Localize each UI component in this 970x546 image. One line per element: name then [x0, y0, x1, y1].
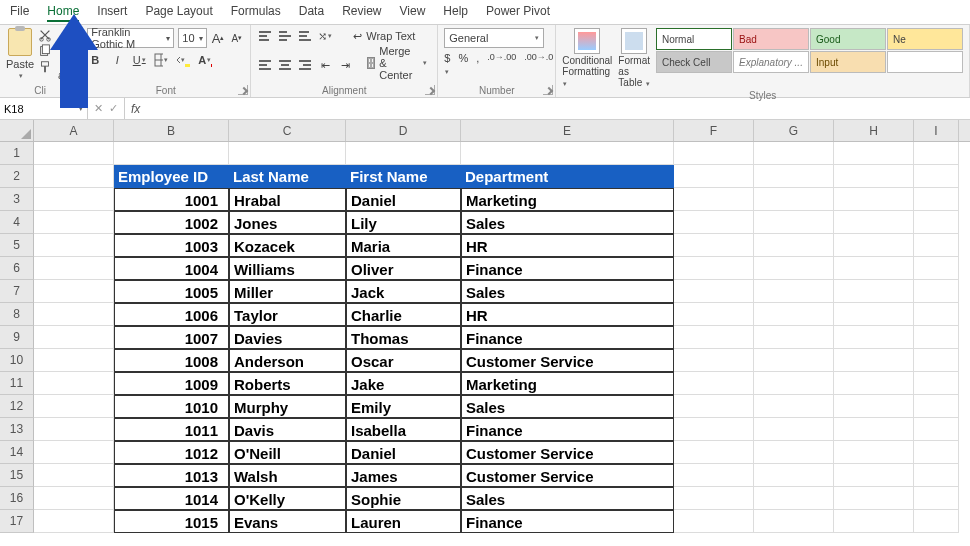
paste-button[interactable]: Paste ▾	[6, 28, 34, 80]
cell-E17[interactable]: Finance	[461, 510, 674, 533]
cell-C14[interactable]: O'Neill	[229, 441, 346, 464]
column-header-H[interactable]: H	[834, 120, 914, 141]
style-input[interactable]: Input	[810, 51, 886, 73]
cell-G4[interactable]	[754, 211, 834, 234]
cell-H9[interactable]	[834, 326, 914, 349]
menu-help[interactable]: Help	[443, 4, 468, 22]
cell-H17[interactable]	[834, 510, 914, 533]
cell-I2[interactable]	[914, 165, 959, 188]
cell-C2[interactable]: Last Name	[229, 165, 346, 188]
font-size-combo[interactable]: 10▾	[178, 28, 206, 48]
enter-formula-icon[interactable]: ✓	[109, 102, 118, 115]
cell-G1[interactable]	[754, 142, 834, 165]
increase-indent-icon[interactable]: ⇥	[337, 57, 353, 73]
cell-F15[interactable]	[674, 464, 754, 487]
align-middle-icon[interactable]	[277, 28, 293, 44]
cell-D7[interactable]: Jack	[346, 280, 461, 303]
cell-D10[interactable]: Oscar	[346, 349, 461, 372]
cell-C16[interactable]: O'Kelly	[229, 487, 346, 510]
cell-D14[interactable]: Daniel	[346, 441, 461, 464]
cell-D11[interactable]: Jake	[346, 372, 461, 395]
decrease-indent-icon[interactable]: ⇤	[317, 57, 333, 73]
cell-D5[interactable]: Maria	[346, 234, 461, 257]
cell-B1[interactable]	[114, 142, 229, 165]
cell-B14[interactable]: 1012	[114, 441, 229, 464]
wrap-text-button[interactable]: ↩ Wrap Text	[349, 28, 419, 44]
align-center-icon[interactable]	[277, 57, 293, 73]
cell-I4[interactable]	[914, 211, 959, 234]
row-header[interactable]: 8	[0, 303, 34, 326]
cell-D2[interactable]: First Name	[346, 165, 461, 188]
cell-A15[interactable]	[34, 464, 114, 487]
style-good[interactable]: Good	[810, 28, 886, 50]
cell-I12[interactable]	[914, 395, 959, 418]
cell-E13[interactable]: Finance	[461, 418, 674, 441]
menu-formulas[interactable]: Formulas	[231, 4, 281, 22]
increase-font-icon[interactable]: A▴	[211, 30, 226, 46]
cell-F5[interactable]	[674, 234, 754, 257]
format-as-table-button[interactable]: Format as Table ▾	[618, 28, 650, 88]
select-all-corner[interactable]	[0, 120, 34, 141]
menu-data[interactable]: Data	[299, 4, 324, 22]
cell-H8[interactable]	[834, 303, 914, 326]
cell-B9[interactable]: 1007	[114, 326, 229, 349]
column-header-F[interactable]: F	[674, 120, 754, 141]
cell-B11[interactable]: 1009	[114, 372, 229, 395]
font-color-icon[interactable]: A▾	[197, 52, 213, 68]
cell-F9[interactable]	[674, 326, 754, 349]
cell-E11[interactable]: Marketing	[461, 372, 674, 395]
underline-button[interactable]: U▾	[131, 52, 147, 68]
cell-A1[interactable]	[34, 142, 114, 165]
cell-A10[interactable]	[34, 349, 114, 372]
cell-C8[interactable]: Taylor	[229, 303, 346, 326]
cell-I5[interactable]	[914, 234, 959, 257]
cell-C13[interactable]: Davis	[229, 418, 346, 441]
cell-D16[interactable]: Sophie	[346, 487, 461, 510]
row-header[interactable]: 11	[0, 372, 34, 395]
cell-F17[interactable]	[674, 510, 754, 533]
cell-A8[interactable]	[34, 303, 114, 326]
cell-D12[interactable]: Emily	[346, 395, 461, 418]
style-bad[interactable]: Bad	[733, 28, 809, 50]
comma-format-icon[interactable]: ,	[476, 52, 479, 76]
cell-E9[interactable]: Finance	[461, 326, 674, 349]
cell-H10[interactable]	[834, 349, 914, 372]
cell-G7[interactable]	[754, 280, 834, 303]
cell-B3[interactable]: 1001	[114, 188, 229, 211]
cell-E8[interactable]: HR	[461, 303, 674, 326]
column-header-E[interactable]: E	[461, 120, 674, 141]
cell-E2[interactable]: Department	[461, 165, 674, 188]
fx-icon[interactable]: fx	[125, 102, 146, 116]
menu-home[interactable]: Home	[47, 4, 79, 22]
dialog-launcher-icon[interactable]	[425, 85, 435, 95]
cell-G17[interactable]	[754, 510, 834, 533]
format-painter-icon[interactable]	[38, 60, 52, 74]
row-header[interactable]: 7	[0, 280, 34, 303]
cell-H15[interactable]	[834, 464, 914, 487]
cell-I3[interactable]	[914, 188, 959, 211]
decrease-font-icon[interactable]: A▾	[229, 30, 244, 46]
align-right-icon[interactable]	[297, 57, 313, 73]
cell-C12[interactable]: Murphy	[229, 395, 346, 418]
cell-I16[interactable]	[914, 487, 959, 510]
cell-H3[interactable]	[834, 188, 914, 211]
cell-B10[interactable]: 1008	[114, 349, 229, 372]
number-format-combo[interactable]: General▾	[444, 28, 544, 48]
cell-H16[interactable]	[834, 487, 914, 510]
menu-insert[interactable]: Insert	[97, 4, 127, 22]
cell-F14[interactable]	[674, 441, 754, 464]
row-header[interactable]: 5	[0, 234, 34, 257]
cell-B16[interactable]: 1014	[114, 487, 229, 510]
cell-E14[interactable]: Customer Service	[461, 441, 674, 464]
row-header[interactable]: 4	[0, 211, 34, 234]
row-header[interactable]: 1	[0, 142, 34, 165]
cell-H2[interactable]	[834, 165, 914, 188]
menu-view[interactable]: View	[400, 4, 426, 22]
cell-E16[interactable]: Sales	[461, 487, 674, 510]
copy-icon[interactable]	[38, 44, 52, 58]
cell-F13[interactable]	[674, 418, 754, 441]
conditional-formatting-button[interactable]: Conditional Formatting ▾	[562, 28, 612, 88]
cell-I9[interactable]	[914, 326, 959, 349]
cell-B5[interactable]: 1003	[114, 234, 229, 257]
cell-F1[interactable]	[674, 142, 754, 165]
